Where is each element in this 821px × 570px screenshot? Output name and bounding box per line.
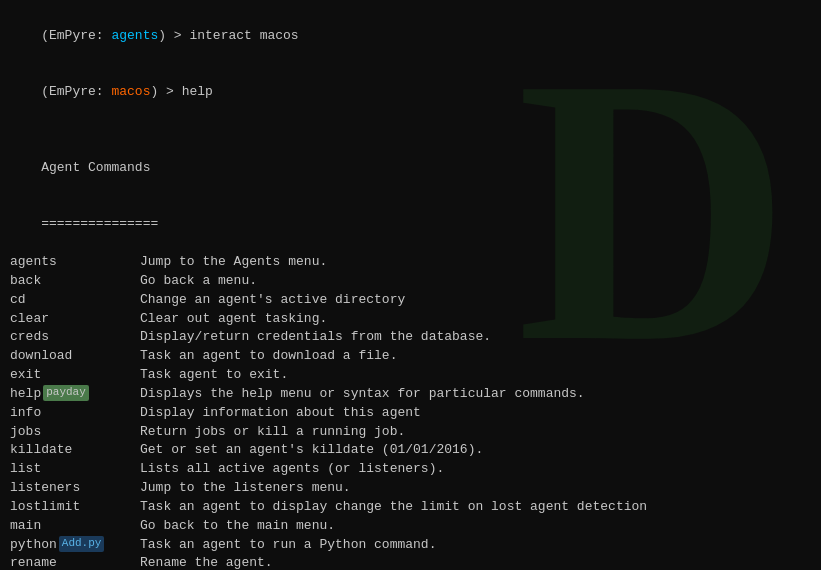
prompt-macos-suffix: ) > help	[150, 84, 212, 99]
command-row: renameRename the agent.	[10, 554, 811, 570]
terminal: (EmPyre: agents) > interact macos (EmPyr…	[0, 0, 821, 570]
cmd-desc-creds: Display/return credentials from the data…	[140, 329, 491, 344]
prompt-agents-prefix: (EmPyre:	[41, 28, 111, 43]
cmd-desc-jobs: Return jobs or kill a running job.	[140, 424, 405, 439]
section-header: Agent Commands	[10, 140, 811, 197]
cmd-desc-listeners: Jump to the listeners menu.	[140, 480, 351, 495]
cmd-desc-lostlimit: Task an agent to display change the limi…	[140, 499, 647, 514]
cmd-name-main: main	[10, 517, 140, 536]
cmd-desc-info: Display information about this agent	[140, 405, 421, 420]
prompt-macos-prefix: (EmPyre:	[41, 84, 111, 99]
cmd-desc-python: Task an agent to run a Python command.	[140, 537, 436, 552]
cmd-name-clear: clear	[10, 310, 140, 329]
cmd-name-python: pythonAdd.py	[10, 536, 140, 555]
command-row: listLists all active agents (or listener…	[10, 460, 811, 479]
cmd-name-agents: agents	[10, 253, 140, 272]
commands-table: agentsJump to the Agents menu.backGo bac…	[10, 253, 811, 570]
line-interact: (EmPyre: agents) > interact macos	[10, 8, 811, 65]
blank-line-1	[10, 121, 811, 140]
cmd-name-exit: exit	[10, 366, 140, 385]
cmd-desc-download: Task an agent to download a file.	[140, 348, 397, 363]
prompt-agents-suffix: ) > interact macos	[158, 28, 298, 43]
command-row: mainGo back to the main menu.	[10, 517, 811, 536]
command-row: helppaydayDisplays the help menu or synt…	[10, 385, 811, 404]
cmd-desc-killdate: Get or set an agent's killdate (01/01/20…	[140, 442, 483, 457]
cmd-name-info: info	[10, 404, 140, 423]
command-row: lostlimitTask an agent to display change…	[10, 498, 811, 517]
cmd-desc-main: Go back to the main menu.	[140, 518, 335, 533]
cmd-desc-agents: Jump to the Agents menu.	[140, 254, 327, 269]
cmd-desc-cd: Change an agent's active directory	[140, 292, 405, 307]
cmd-name-creds: creds	[10, 328, 140, 347]
addpy-badge: Add.py	[59, 536, 105, 552]
command-row: backGo back a menu.	[10, 272, 811, 291]
cmd-name-download: download	[10, 347, 140, 366]
cmd-name-help: helppayday	[10, 385, 140, 404]
macos-highlight: macos	[111, 84, 150, 99]
command-row: clearClear out agent tasking.	[10, 310, 811, 329]
cmd-desc-exit: Task agent to exit.	[140, 367, 288, 382]
command-row: killdateGet or set an agent's killdate (…	[10, 441, 811, 460]
cmd-name-cd: cd	[10, 291, 140, 310]
payday-badge: payday	[43, 385, 89, 401]
cmd-name-back: back	[10, 272, 140, 291]
command-row: credsDisplay/return credentials from the…	[10, 328, 811, 347]
cmd-name-killdate: killdate	[10, 441, 140, 460]
command-row: agentsJump to the Agents menu.	[10, 253, 811, 272]
cmd-name-list: list	[10, 460, 140, 479]
cmd-name-lostlimit: lostlimit	[10, 498, 140, 517]
cmd-desc-list: Lists all active agents (or listeners).	[140, 461, 444, 476]
command-row: exitTask agent to exit.	[10, 366, 811, 385]
command-row: jobsReturn jobs or kill a running job.	[10, 423, 811, 442]
divider: ===============	[10, 196, 811, 253]
command-row: cdChange an agent's active directory	[10, 291, 811, 310]
cmd-name-rename: rename	[10, 554, 140, 570]
cmd-desc-rename: Rename the agent.	[140, 555, 273, 570]
command-row: downloadTask an agent to download a file…	[10, 347, 811, 366]
line-help: (EmPyre: macos) > help	[10, 65, 811, 122]
cmd-desc-help: Displays the help menu or syntax for par…	[140, 386, 585, 401]
cmd-name-jobs: jobs	[10, 423, 140, 442]
cmd-desc-clear: Clear out agent tasking.	[140, 311, 327, 326]
agents-highlight: agents	[111, 28, 158, 43]
command-row: listenersJump to the listeners menu.	[10, 479, 811, 498]
command-row: infoDisplay information about this agent	[10, 404, 811, 423]
command-row: pythonAdd.pyTask an agent to run a Pytho…	[10, 536, 811, 555]
cmd-name-listeners: listeners	[10, 479, 140, 498]
cmd-desc-back: Go back a menu.	[140, 273, 257, 288]
